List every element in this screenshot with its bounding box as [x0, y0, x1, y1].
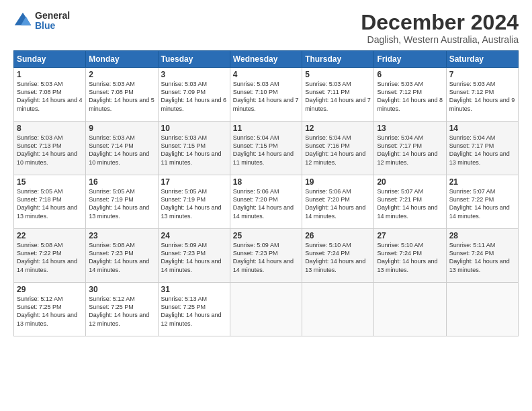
calendar-cell: 26Sunrise: 5:10 AMSunset: 7:24 PMDayligh…: [302, 229, 374, 283]
calendar-table: Sunday Monday Tuesday Wednesday Thursday…: [13, 50, 519, 336]
day-info: Sunrise: 5:07 AMSunset: 7:21 PMDaylight:…: [377, 187, 443, 220]
day-info: Sunrise: 5:04 AMSunset: 7:16 PMDaylight:…: [305, 134, 371, 167]
calendar-cell: 5Sunrise: 5:03 AMSunset: 7:11 PMDaylight…: [302, 68, 374, 122]
day-number: 16: [89, 177, 154, 187]
day-number: 22: [17, 231, 83, 240]
col-thursday: Thursday: [302, 51, 374, 68]
day-info: Sunrise: 5:05 AMSunset: 7:19 PMDaylight:…: [89, 187, 154, 220]
day-number: 25: [233, 231, 299, 240]
col-friday: Friday: [374, 51, 446, 68]
calendar-cell: [230, 283, 302, 336]
calendar-cell: 10Sunrise: 5:03 AMSunset: 7:15 PMDayligh…: [158, 122, 230, 175]
logo: General Blue: [13, 11, 70, 32]
calendar-cell: 20Sunrise: 5:07 AMSunset: 7:21 PMDayligh…: [374, 175, 446, 229]
day-number: 31: [161, 285, 227, 294]
day-number: 23: [89, 231, 154, 240]
calendar-cell: 30Sunrise: 5:12 AMSunset: 7:25 PMDayligh…: [86, 283, 158, 336]
logo-blue: Blue: [35, 21, 70, 31]
day-info: Sunrise: 5:03 AMSunset: 7:08 PMDaylight:…: [89, 80, 154, 113]
day-number: 19: [305, 177, 371, 187]
col-sunday: Sunday: [14, 51, 86, 68]
day-number: 21: [449, 177, 515, 187]
calendar-cell: 24Sunrise: 5:09 AMSunset: 7:23 PMDayligh…: [158, 229, 230, 283]
day-number: 13: [377, 124, 443, 133]
day-info: Sunrise: 5:03 AMSunset: 7:10 PMDaylight:…: [233, 80, 299, 113]
day-info: Sunrise: 5:08 AMSunset: 7:23 PMDaylight:…: [89, 241, 154, 274]
calendar-cell: 13Sunrise: 5:04 AMSunset: 7:17 PMDayligh…: [374, 122, 446, 175]
day-info: Sunrise: 5:03 AMSunset: 7:12 PMDaylight:…: [449, 80, 515, 113]
calendar-title: December 2024: [361, 11, 519, 34]
day-info: Sunrise: 5:04 AMSunset: 7:15 PMDaylight:…: [233, 134, 299, 167]
day-number: 4: [233, 70, 299, 79]
day-info: Sunrise: 5:03 AMSunset: 7:11 PMDaylight:…: [305, 80, 371, 113]
calendar-cell: 19Sunrise: 5:06 AMSunset: 7:20 PMDayligh…: [302, 175, 374, 229]
day-number: 20: [377, 177, 443, 187]
day-info: Sunrise: 5:13 AMSunset: 7:25 PMDaylight:…: [161, 295, 227, 328]
day-number: 27: [377, 231, 443, 240]
calendar-cell: 28Sunrise: 5:11 AMSunset: 7:24 PMDayligh…: [446, 229, 518, 283]
calendar-cell: 6Sunrise: 5:03 AMSunset: 7:12 PMDaylight…: [374, 68, 446, 122]
page: General Blue December 2024 Daglish, West…: [0, 0, 532, 411]
calendar-cell: 29Sunrise: 5:12 AMSunset: 7:25 PMDayligh…: [14, 283, 86, 336]
calendar-cell: 17Sunrise: 5:05 AMSunset: 7:19 PMDayligh…: [158, 175, 230, 229]
day-info: Sunrise: 5:03 AMSunset: 7:13 PMDaylight:…: [17, 134, 83, 167]
day-info: Sunrise: 5:04 AMSunset: 7:17 PMDaylight:…: [449, 134, 515, 167]
day-number: 15: [17, 177, 83, 187]
calendar-cell: 8Sunrise: 5:03 AMSunset: 7:13 PMDaylight…: [14, 122, 86, 175]
header: General Blue December 2024 Daglish, West…: [13, 11, 519, 45]
day-number: 11: [233, 124, 299, 133]
calendar-cell: 14Sunrise: 5:04 AMSunset: 7:17 PMDayligh…: [446, 122, 518, 175]
day-number: 7: [449, 70, 515, 79]
calendar-cell: 18Sunrise: 5:06 AMSunset: 7:20 PMDayligh…: [230, 175, 302, 229]
calendar-week-3: 15Sunrise: 5:05 AMSunset: 7:18 PMDayligh…: [14, 175, 519, 229]
calendar-cell: 12Sunrise: 5:04 AMSunset: 7:16 PMDayligh…: [302, 122, 374, 175]
logo-general: General: [35, 11, 70, 21]
calendar-week-4: 22Sunrise: 5:08 AMSunset: 7:22 PMDayligh…: [14, 229, 519, 283]
day-info: Sunrise: 5:10 AMSunset: 7:24 PMDaylight:…: [377, 241, 443, 274]
day-number: 1: [17, 70, 83, 79]
day-number: 6: [377, 70, 443, 79]
day-info: Sunrise: 5:09 AMSunset: 7:23 PMDaylight:…: [233, 241, 299, 274]
day-info: Sunrise: 5:05 AMSunset: 7:18 PMDaylight:…: [17, 187, 83, 220]
calendar-cell: 27Sunrise: 5:10 AMSunset: 7:24 PMDayligh…: [374, 229, 446, 283]
calendar-subtitle: Daglish, Western Australia, Australia: [361, 34, 519, 45]
calendar-cell: 7Sunrise: 5:03 AMSunset: 7:12 PMDaylight…: [446, 68, 518, 122]
calendar-cell: 3Sunrise: 5:03 AMSunset: 7:09 PMDaylight…: [158, 68, 230, 122]
day-info: Sunrise: 5:09 AMSunset: 7:23 PMDaylight:…: [161, 241, 227, 274]
calendar-cell: 22Sunrise: 5:08 AMSunset: 7:22 PMDayligh…: [14, 229, 86, 283]
day-info: Sunrise: 5:03 AMSunset: 7:08 PMDaylight:…: [17, 80, 83, 113]
day-number: 12: [305, 124, 371, 133]
calendar-cell: [302, 283, 374, 336]
calendar-cell: 4Sunrise: 5:03 AMSunset: 7:10 PMDaylight…: [230, 68, 302, 122]
day-info: Sunrise: 5:05 AMSunset: 7:19 PMDaylight:…: [161, 187, 227, 220]
day-info: Sunrise: 5:12 AMSunset: 7:25 PMDaylight:…: [17, 295, 83, 328]
calendar-cell: 25Sunrise: 5:09 AMSunset: 7:23 PMDayligh…: [230, 229, 302, 283]
day-info: Sunrise: 5:03 AMSunset: 7:15 PMDaylight:…: [161, 134, 227, 167]
day-number: 5: [305, 70, 371, 79]
day-info: Sunrise: 5:10 AMSunset: 7:24 PMDaylight:…: [305, 241, 371, 274]
day-number: 8: [17, 124, 83, 133]
col-saturday: Saturday: [446, 51, 518, 68]
day-number: 3: [161, 70, 227, 79]
calendar-cell: 9Sunrise: 5:03 AMSunset: 7:14 PMDaylight…: [86, 122, 158, 175]
day-number: 24: [161, 231, 227, 240]
calendar-cell: 1Sunrise: 5:03 AMSunset: 7:08 PMDaylight…: [14, 68, 86, 122]
calendar-cell: 15Sunrise: 5:05 AMSunset: 7:18 PMDayligh…: [14, 175, 86, 229]
calendar-cell: [374, 283, 446, 336]
calendar-cell: [446, 283, 518, 336]
calendar-cell: 21Sunrise: 5:07 AMSunset: 7:22 PMDayligh…: [446, 175, 518, 229]
calendar-cell: 16Sunrise: 5:05 AMSunset: 7:19 PMDayligh…: [86, 175, 158, 229]
day-number: 29: [17, 285, 83, 294]
calendar-cell: 2Sunrise: 5:03 AMSunset: 7:08 PMDaylight…: [86, 68, 158, 122]
calendar-cell: 11Sunrise: 5:04 AMSunset: 7:15 PMDayligh…: [230, 122, 302, 175]
title-area: December 2024 Daglish, Western Australia…: [361, 11, 519, 45]
calendar-week-2: 8Sunrise: 5:03 AMSunset: 7:13 PMDaylight…: [14, 122, 519, 175]
day-info: Sunrise: 5:11 AMSunset: 7:24 PMDaylight:…: [449, 241, 515, 274]
col-tuesday: Tuesday: [158, 51, 230, 68]
day-number: 17: [161, 177, 227, 187]
day-info: Sunrise: 5:03 AMSunset: 7:14 PMDaylight:…: [89, 134, 154, 167]
day-info: Sunrise: 5:06 AMSunset: 7:20 PMDaylight:…: [233, 187, 299, 220]
calendar-week-1: 1Sunrise: 5:03 AMSunset: 7:08 PMDaylight…: [14, 68, 519, 122]
calendar-cell: 23Sunrise: 5:08 AMSunset: 7:23 PMDayligh…: [86, 229, 158, 283]
calendar-cell: 31Sunrise: 5:13 AMSunset: 7:25 PMDayligh…: [158, 283, 230, 336]
